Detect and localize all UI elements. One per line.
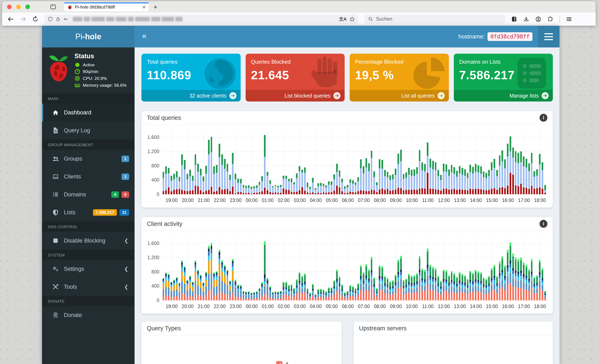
downloads-icon[interactable] — [523, 16, 529, 22]
card-footer-link[interactable]: List blocked queries — [246, 90, 345, 101]
chart-bar — [448, 275, 450, 300]
chart-bar — [536, 275, 538, 300]
arrow-circle-icon — [229, 92, 237, 99]
key-icon[interactable] — [63, 17, 68, 22]
chart-bar — [355, 182, 356, 194]
info-icon[interactable]: i — [539, 220, 547, 228]
minimize-window-button[interactable] — [16, 5, 21, 9]
close-window-button[interactable] — [7, 5, 12, 9]
maximize-window-button[interactable] — [25, 5, 30, 9]
chart-bar — [186, 174, 188, 194]
chart-bar — [171, 282, 172, 300]
chart-bar — [483, 171, 484, 194]
client-activity-chart[interactable]: 04008001.2001.600 19:0020:0021:0022:0023… — [141, 231, 553, 314]
chart-bar — [419, 150, 421, 194]
chart-bar — [291, 284, 292, 300]
sidebar-item-query-log[interactable]: Query Log — [42, 122, 135, 139]
x-axis-tick: 18:00 — [528, 304, 552, 309]
chart-bar — [227, 164, 228, 194]
chart-bar — [229, 281, 231, 300]
chart-bar — [283, 176, 284, 194]
search-input[interactable]: Suchen — [364, 15, 505, 24]
browser-tab[interactable]: Pi-hole 0fd38cd798ff × — [64, 2, 149, 12]
y-axis-tick: 1.600 — [145, 240, 159, 246]
chart-bar — [264, 241, 266, 301]
chart-bar — [435, 162, 437, 194]
account-icon[interactable] — [535, 16, 541, 22]
reload-icon[interactable] — [32, 16, 38, 22]
chart-bar — [416, 167, 418, 194]
chart-bar — [312, 284, 314, 300]
sidebar-item-donate[interactable]: $Donate — [42, 306, 135, 324]
chart-bar — [315, 188, 316, 194]
tab-sidebar-icon[interactable] — [50, 4, 56, 10]
client-activity-panel: Client activity i 04008001.2001.600 19:0… — [141, 217, 553, 314]
chart-bar — [381, 160, 383, 194]
chart-bar — [464, 275, 466, 300]
sidebar-item-settings[interactable]: Settings❮ — [42, 260, 135, 278]
sidebar-item-dashboard[interactable]: Dashboard — [42, 104, 135, 122]
pihole-logo[interactable]: Pi-hole — [42, 26, 135, 47]
raspberry-logo — [47, 53, 70, 89]
tab-title: Pi-hole 0fd38cd798ff — [75, 5, 142, 9]
navbar-menu-button[interactable] — [538, 26, 559, 47]
info-icon[interactable]: i — [539, 114, 547, 122]
chart-bar — [403, 280, 405, 300]
stat-card-domains-on-lists: Domains on Lists7.586.217Manage lists — [454, 54, 553, 101]
card-footer-link[interactable]: 32 active clients — [141, 90, 241, 101]
chart-bar — [211, 243, 212, 300]
tracking-shield-icon[interactable] — [48, 17, 53, 22]
chart-bar — [291, 178, 292, 194]
sidebar-item-domains[interactable]: Domains40 — [42, 186, 135, 204]
chart-bar — [347, 291, 348, 301]
sidebar-item-disable-blocking[interactable]: Disable Blocking❮ — [42, 232, 135, 250]
chart-bar — [456, 171, 458, 194]
status-item: Memory usage: 56.6% — [74, 83, 126, 88]
chart-bar — [267, 278, 268, 300]
extensions-icon[interactable] — [547, 16, 553, 22]
new-tab-button[interactable]: + — [153, 3, 158, 11]
chart-bar — [480, 273, 482, 300]
stat-card-total-queries: Total queries110.86932 active clients — [141, 54, 241, 101]
chart-bar — [331, 181, 332, 194]
url-bar[interactable]: 文A — [44, 15, 358, 24]
chart-bar — [200, 169, 202, 194]
chart-bar — [224, 159, 226, 194]
lock-icon[interactable] — [56, 17, 60, 22]
chart-bar — [411, 276, 413, 300]
chart-bar — [440, 281, 442, 300]
sidebar-item-clients[interactable]: Clients1 — [42, 168, 135, 186]
chart-bar — [171, 176, 172, 194]
card-footer-label: List blocked queries — [284, 93, 330, 99]
sidebar-collapse-button[interactable]: « — [142, 36, 146, 37]
chart-bar — [216, 271, 218, 300]
tab-close-icon[interactable]: × — [142, 4, 146, 10]
status-item: CPU: 20.9% — [74, 76, 126, 81]
chart-bar — [515, 151, 517, 194]
back-icon[interactable] — [8, 16, 14, 22]
total-queries-chart[interactable]: 04008001.2001.600 19:0020:0021:0022:0023… — [141, 125, 553, 208]
translate-icon[interactable]: 文A — [339, 16, 346, 22]
sidebar-panel-icon[interactable] — [511, 16, 517, 22]
sidebar-item-tools[interactable]: Tools❮ — [42, 278, 135, 296]
sidebar-item-groups[interactable]: Groups1 — [42, 150, 135, 168]
bookmark-star-icon[interactable] — [349, 17, 355, 22]
chart-bar — [347, 185, 348, 194]
forward-icon[interactable] — [20, 16, 26, 22]
sidebar-item-lists[interactable]: Lists7.586.21711 — [42, 204, 135, 221]
list-icon — [51, 192, 60, 197]
menu-icon[interactable] — [566, 16, 572, 22]
chart-bar — [176, 171, 178, 194]
legend-item[interactable]: A — [276, 361, 289, 364]
card-footer-link[interactable]: List all queries — [350, 90, 449, 101]
chart-bar — [507, 144, 509, 194]
navbar: « hostname: 0fd38cd798ff — [135, 26, 559, 47]
chart-bar — [323, 290, 325, 300]
chart-bar — [392, 174, 394, 194]
chart-bar — [368, 163, 370, 194]
chart-bar — [405, 279, 407, 301]
legend-checkbox[interactable] — [276, 361, 282, 364]
chart-bar — [408, 274, 410, 300]
sidebar-section-header: GROUP MANAGEMENT — [42, 139, 135, 150]
card-footer-link[interactable]: Manage lists — [454, 90, 553, 101]
